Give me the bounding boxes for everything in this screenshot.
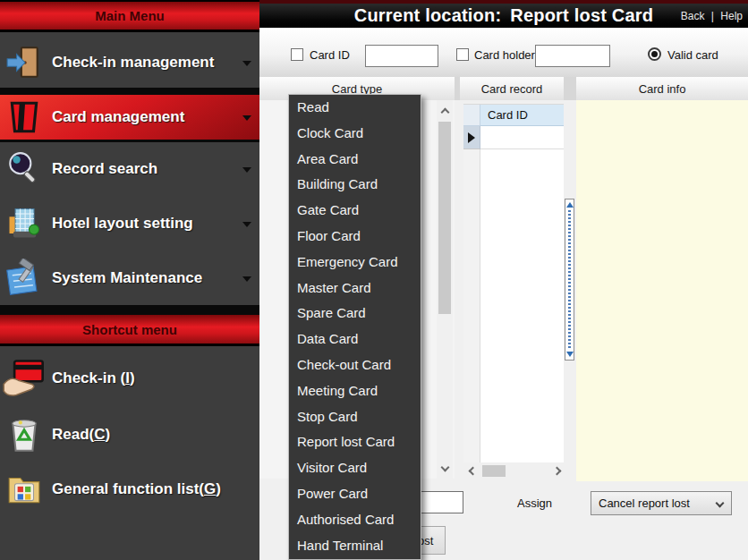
back-link[interactable]: Back <box>681 10 705 22</box>
row-selector-icon <box>468 132 475 143</box>
card-id-checkbox[interactable] <box>291 48 303 61</box>
card-record-hscrollbar[interactable] <box>463 463 564 479</box>
menu-item-read[interactable]: Read <box>289 95 421 121</box>
sidebar-divider <box>0 305 259 315</box>
shortcut-item-label: Read(C) <box>52 426 110 444</box>
chevron-down-icon <box>242 222 251 227</box>
shortcut-item-general-function-list[interactable]: General function list(G) <box>0 463 259 515</box>
card-type-menu: Read Clock Card Area Card Building Card … <box>288 94 421 560</box>
grid-selector-column <box>463 149 480 462</box>
scroll-left-button[interactable] <box>465 463 480 479</box>
assign-label: Assign <box>517 496 552 510</box>
chevron-right-icon <box>552 467 561 476</box>
shortcut-item-read[interactable]: Read(C) <box>0 408 259 462</box>
card-holder-checkbox[interactable] <box>456 48 469 61</box>
menu-item-clock-card[interactable]: Clock Card <box>289 121 421 147</box>
sidebar-item-record-search[interactable]: Record search <box>0 142 259 196</box>
grid-cell-empty[interactable] <box>480 126 564 149</box>
menu-item-report-lost-card[interactable]: Report lost Card <box>289 429 421 455</box>
shortcut-item-label: General function list(G) <box>52 480 221 498</box>
scroll-up-button[interactable] <box>437 104 453 120</box>
action-select-value: Cancel report lost <box>599 496 690 510</box>
valid-card-radio[interactable] <box>648 47 661 61</box>
scroll-right-button[interactable] <box>549 463 564 479</box>
scroll-down-icon <box>566 352 574 357</box>
menu-item-master-card[interactable]: Master Card <box>289 276 421 301</box>
menu-item-hand-terminal[interactable]: Hand Terminal <box>289 533 421 559</box>
recycle-bin-icon <box>0 415 48 454</box>
menu-item-data-card[interactable]: Data Card <box>289 327 421 352</box>
sidebar-item-checkin-management[interactable]: Check-in management <box>0 37 259 88</box>
scroll-down-button[interactable] <box>437 459 453 475</box>
menu-item-meeting-card[interactable]: Meeting Card <box>289 378 421 404</box>
card-holder-input[interactable] <box>535 45 610 67</box>
card-id-input[interactable] <box>365 45 438 67</box>
hand-card-icon <box>0 358 48 399</box>
folder-icon <box>0 471 48 508</box>
sidebar-item-hotel-layout-setting[interactable]: Hotel layout setting <box>0 196 259 251</box>
menu-item-gate-card[interactable]: Gate Card <box>289 198 421 224</box>
card-record-panel: Card ID <box>460 100 564 479</box>
menu-item-stop-card[interactable]: Stop Card <box>289 404 421 430</box>
chevron-down-icon <box>242 115 251 121</box>
card-icon <box>0 98 48 136</box>
shortcut-menu-header-label: Shortcut menu <box>82 322 177 337</box>
scrollbar-thumb[interactable] <box>438 122 451 314</box>
card-record-grid: Card ID <box>463 104 564 462</box>
help-link[interactable]: Help <box>720 10 743 22</box>
search-icon <box>0 150 48 188</box>
menu-item-spare-card[interactable]: Spare Card <box>289 301 421 327</box>
main-menu-header-label: Main Menu <box>95 8 165 23</box>
scrollbar-thumb[interactable] <box>482 465 506 477</box>
card-info-panel <box>576 100 748 481</box>
chevron-down-icon <box>242 276 251 282</box>
main-menu-header: Main Menu <box>0 0 259 32</box>
card-record-vscrollbar[interactable] <box>565 199 574 361</box>
menu-item-area-card[interactable]: Area Card <box>289 147 421 173</box>
app-window: Main Menu Check-in management Card <box>0 0 748 560</box>
sidebar-item-card-management[interactable]: Card management <box>0 92 259 142</box>
card-record-panel-header: Card record <box>460 77 564 100</box>
menu-item-power-card[interactable]: Power Card <box>289 481 421 507</box>
sidebar-item-label: Check-in management <box>52 54 214 72</box>
building-icon <box>0 204 48 243</box>
chevron-down-icon <box>242 167 251 173</box>
shortcut-menu-header: Shortcut menu <box>0 315 259 346</box>
chevron-down-icon <box>242 61 251 66</box>
menu-item-check-out-card[interactable]: Check-out Card <box>289 352 421 378</box>
door-icon <box>0 44 48 81</box>
card-info-panel-header: Card info <box>576 77 748 100</box>
menu-item-visitor-card[interactable]: Visitor Card <box>289 455 421 481</box>
menu-item-building-card[interactable]: Building Card <box>289 172 421 198</box>
radio-dot <box>651 51 658 57</box>
sidebar-item-label: Card management <box>52 108 184 126</box>
action-select[interactable]: Cancel report lost <box>591 491 732 515</box>
grid-column-header[interactable]: Card ID <box>480 105 564 126</box>
chevron-left-icon <box>468 467 477 476</box>
valid-card-label: Valid card <box>667 48 718 62</box>
menu-item-authorised-card[interactable]: Authorised Card <box>289 507 421 533</box>
grid-corner-cell <box>463 105 480 126</box>
page-title: Current location:Report lost Card <box>354 5 653 26</box>
grid-row-selector[interactable] <box>463 126 480 149</box>
sidebar-item-label: Record search <box>52 160 157 178</box>
sidebar: Main Menu Check-in management Card <box>0 0 259 560</box>
card-holder-label: Card holder <box>474 48 535 62</box>
chevron-down-icon <box>716 499 725 508</box>
menu-item-floor-card[interactable]: Floor Card <box>289 224 421 250</box>
card-type-scrollbar[interactable] <box>437 100 453 479</box>
link-divider: | <box>711 10 714 22</box>
filter-bar: Card ID Card holder Valid card <box>259 28 748 77</box>
shortcut-item-checkin[interactable]: Check-in (I) <box>0 351 259 406</box>
scrollbar-track <box>568 210 571 349</box>
shortcut-item-label: Check-in (I) <box>52 369 135 387</box>
menu-item-emergency-card[interactable]: Emergency Card <box>289 250 421 276</box>
chevron-up-icon <box>440 107 449 116</box>
chevron-down-icon <box>440 462 449 471</box>
tools-icon <box>0 259 48 298</box>
scroll-up-icon <box>566 202 574 208</box>
card-id-label: Card ID <box>310 48 350 62</box>
sidebar-item-system-maintenance[interactable]: System Maintenance <box>0 251 259 305</box>
titlebar: Current location:Report lost Card Back |… <box>259 0 748 28</box>
sidebar-item-label: Hotel layout setting <box>52 215 193 233</box>
